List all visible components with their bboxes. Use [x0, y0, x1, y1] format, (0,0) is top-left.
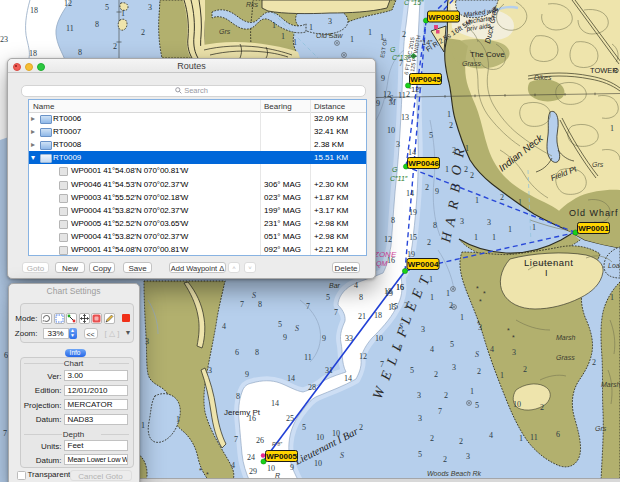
svg-text:2: 2 [427, 238, 431, 247]
svg-text:4: 4 [231, 461, 235, 470]
svg-text:10: 10 [513, 400, 521, 409]
svg-text:8: 8 [78, 48, 82, 57]
svg-text:Grs: Grs [595, 425, 607, 432]
svg-text:25: 25 [286, 414, 294, 423]
svg-text:7: 7 [334, 308, 338, 317]
svg-text:1: 1 [492, 233, 496, 242]
svg-text:*: * [507, 327, 510, 334]
svg-text:1: 1 [610, 293, 614, 302]
svg-text:5: 5 [278, 320, 282, 329]
svg-text:1: 1 [532, 223, 536, 232]
svg-text:WP0005: WP0005 [266, 452, 297, 461]
svg-text:3: 3 [460, 217, 464, 226]
svg-text:5: 5 [429, 131, 433, 140]
svg-text:1: 1 [121, 9, 125, 18]
svg-text:5: 5 [475, 401, 479, 410]
svg-text:5: 5 [105, 3, 109, 12]
svg-text:C″13″: C″13″ [392, 54, 410, 61]
svg-text:6: 6 [556, 430, 560, 439]
svg-text:2: 2 [523, 365, 527, 374]
svg-text:1: 1 [460, 313, 464, 322]
svg-text:7: 7 [3, 429, 7, 438]
svg-text:R: R [275, 472, 280, 479]
svg-text:8: 8 [359, 293, 363, 302]
svg-text:*: * [479, 298, 482, 305]
svg-text:3: 3 [452, 363, 456, 372]
svg-text:1: 1 [141, 421, 145, 430]
svg-text:I: I [545, 268, 548, 278]
svg-text:3: 3 [328, 17, 332, 26]
svg-text:1: 1 [474, 233, 478, 242]
svg-text:ZONE: ZONE [373, 250, 397, 259]
svg-text:2: 2 [459, 437, 463, 446]
svg-text:2: 2 [500, 193, 504, 202]
svg-text:3: 3 [478, 323, 482, 332]
svg-text:3: 3 [487, 218, 491, 227]
svg-text:2: 2 [113, 42, 117, 51]
svg-text:2: 2 [592, 358, 596, 367]
svg-text:2: 2 [477, 367, 481, 376]
svg-text:C “15”: C “15” [404, 0, 424, 6]
svg-text:14: 14 [406, 189, 414, 198]
svg-text:19: 19 [409, 208, 417, 217]
svg-text:Marsh: Marsh [556, 334, 576, 341]
svg-text:19: 19 [385, 289, 393, 298]
svg-text:1: 1 [470, 387, 474, 396]
svg-text:Old Wharf P: Old Wharf P [569, 208, 620, 218]
svg-text:8: 8 [391, 216, 395, 225]
svg-text:4: 4 [354, 281, 358, 290]
svg-text:Grass: Grass [462, 60, 481, 67]
svg-text:2: 2 [443, 455, 447, 464]
svg-text:*: * [476, 285, 479, 292]
svg-text:3: 3 [421, 325, 425, 334]
svg-text:11: 11 [530, 433, 538, 442]
svg-text:Grs: Grs [592, 161, 604, 168]
svg-text:2: 2 [430, 434, 434, 443]
svg-text:28: 28 [308, 383, 316, 392]
svg-text:6: 6 [235, 348, 239, 357]
svg-text:10: 10 [267, 464, 275, 473]
svg-text:5: 5 [418, 450, 422, 459]
svg-text:9: 9 [322, 334, 326, 343]
svg-text:3: 3 [466, 452, 470, 461]
svg-text:4: 4 [430, 345, 434, 354]
svg-text:19: 19 [407, 250, 415, 259]
svg-text:2: 2 [464, 165, 468, 174]
svg-text:1: 1 [518, 198, 522, 207]
svg-text:3: 3 [512, 348, 516, 357]
svg-text:13: 13 [401, 113, 409, 122]
svg-text:3: 3 [145, 337, 149, 346]
svg-text:15: 15 [409, 233, 417, 242]
svg-text:S: S [252, 291, 256, 300]
svg-text:24: 24 [247, 453, 255, 462]
svg-text:18: 18 [374, 311, 382, 320]
svg-text:14: 14 [271, 399, 279, 408]
svg-text:14: 14 [344, 374, 352, 383]
svg-text:26: 26 [256, 436, 264, 445]
svg-text:G: G [392, 166, 398, 173]
svg-text:8: 8 [236, 392, 240, 401]
svg-text:8: 8 [95, 20, 99, 29]
svg-text:2: 2 [449, 121, 453, 130]
svg-text:31: 31 [325, 366, 333, 375]
svg-text:“12”: “12” [409, 86, 422, 93]
svg-text:23: 23 [0, 35, 8, 44]
svg-text:9: 9 [283, 333, 287, 342]
svg-text:21: 21 [358, 312, 366, 321]
svg-text:10: 10 [314, 459, 322, 468]
svg-text:9: 9 [376, 99, 380, 108]
svg-text:5: 5 [450, 340, 454, 349]
svg-text:3: 3 [417, 391, 421, 400]
svg-text:2: 2 [402, 30, 406, 39]
svg-text:3: 3 [418, 414, 422, 423]
svg-text:S: S [475, 350, 479, 359]
svg-text:12: 12 [359, 352, 367, 361]
svg-text:2: 2 [434, 370, 438, 379]
svg-text:11: 11 [398, 91, 406, 100]
svg-text:11: 11 [304, 353, 312, 362]
svg-text:1: 1 [176, 415, 180, 424]
svg-text:2: 2 [449, 301, 453, 310]
svg-text:9: 9 [381, 74, 385, 83]
svg-text:1: 1 [519, 434, 523, 443]
svg-text:1: 1 [293, 38, 297, 47]
